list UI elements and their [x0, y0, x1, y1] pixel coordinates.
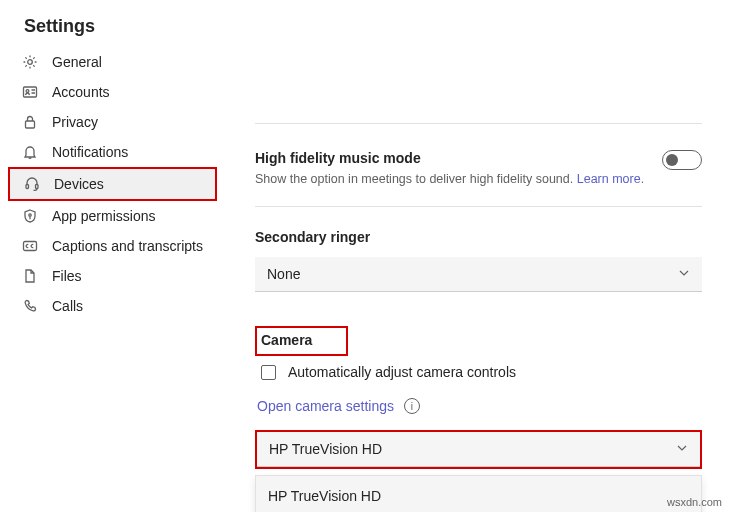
camera-option[interactable]: HP TrueVision HD: [256, 476, 701, 512]
sidebar-item-label: Calls: [52, 298, 83, 314]
cc-icon: [22, 238, 38, 254]
sidebar-item-devices[interactable]: Devices: [8, 167, 217, 201]
page-title: Settings: [0, 0, 730, 47]
svg-rect-5: [36, 185, 39, 189]
camera-dropdown-list: HP TrueVision HD: [255, 475, 702, 512]
camera-title: Camera: [255, 326, 348, 356]
svg-point-6: [29, 214, 31, 216]
secondary-ringer-title: Secondary ringer: [255, 207, 702, 257]
sidebar-item-label: App permissions: [52, 208, 156, 224]
shield-key-icon: [22, 208, 38, 224]
auto-adjust-checkbox[interactable]: [261, 365, 276, 380]
sidebar: General Accounts Privacy Notifications D…: [0, 47, 225, 512]
secondary-ringer-select[interactable]: None: [255, 257, 702, 292]
open-camera-settings-link[interactable]: Open camera settings: [257, 398, 394, 414]
svg-rect-3: [26, 121, 35, 128]
chevron-down-icon: [676, 441, 688, 457]
file-icon: [22, 268, 38, 284]
sidebar-item-label: Files: [52, 268, 82, 284]
sidebar-item-label: Notifications: [52, 144, 128, 160]
svg-rect-1: [24, 87, 37, 97]
phone-icon: [22, 298, 38, 314]
chevron-down-icon: [678, 266, 690, 282]
select-value: None: [267, 266, 300, 282]
sidebar-item-label: Devices: [54, 176, 104, 192]
sidebar-item-files[interactable]: Files: [8, 261, 217, 291]
headset-icon: [24, 176, 40, 192]
sidebar-item-privacy[interactable]: Privacy: [8, 107, 217, 137]
sidebar-item-label: Accounts: [52, 84, 110, 100]
auto-adjust-label: Automatically adjust camera controls: [288, 364, 516, 380]
sidebar-item-label: General: [52, 54, 102, 70]
watermark: wsxdn.com: [667, 496, 722, 508]
id-card-icon: [22, 84, 38, 100]
sidebar-item-label: Captions and transcripts: [52, 238, 203, 254]
hifi-title: High fidelity music mode: [255, 150, 644, 166]
sidebar-item-accounts[interactable]: Accounts: [8, 77, 217, 107]
camera-select[interactable]: HP TrueVision HD: [257, 432, 700, 467]
sidebar-item-notifications[interactable]: Notifications: [8, 137, 217, 167]
svg-rect-7: [24, 242, 37, 251]
hifi-learn-more-link[interactable]: Learn more.: [577, 172, 644, 186]
svg-rect-4: [26, 185, 29, 189]
hifi-sub: Show the option in meetings to deliver h…: [255, 172, 644, 206]
lock-icon: [22, 114, 38, 130]
sidebar-item-general[interactable]: General: [8, 47, 217, 77]
info-icon[interactable]: i: [404, 398, 420, 414]
sidebar-item-app-permissions[interactable]: App permissions: [8, 201, 217, 231]
bell-icon: [22, 144, 38, 160]
svg-point-0: [28, 60, 33, 65]
hifi-toggle[interactable]: [662, 150, 702, 170]
sidebar-item-label: Privacy: [52, 114, 98, 130]
select-value: HP TrueVision HD: [269, 441, 382, 457]
main-content: High fidelity music mode Show the option…: [225, 47, 730, 512]
sidebar-item-calls[interactable]: Calls: [8, 291, 217, 321]
sidebar-item-captions-transcripts[interactable]: Captions and transcripts: [8, 231, 217, 261]
svg-point-2: [26, 90, 29, 93]
gear-icon: [22, 54, 38, 70]
